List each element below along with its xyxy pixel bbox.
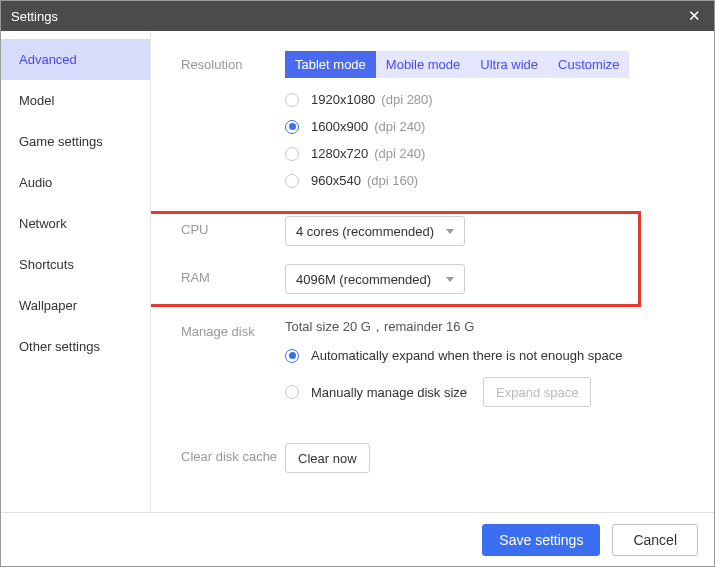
radio-icon bbox=[285, 120, 299, 134]
radio-icon bbox=[285, 385, 299, 399]
chevron-down-icon bbox=[446, 229, 454, 234]
mode-tabs: Tablet modeMobile modeUltra wideCustomiz… bbox=[285, 51, 690, 78]
mode-tab-mobile-mode[interactable]: Mobile mode bbox=[376, 51, 470, 78]
cpu-select[interactable]: 4 cores (recommended) bbox=[285, 216, 465, 246]
resolution-value: 1280x720 bbox=[311, 146, 368, 161]
cpu-select-value: 4 cores (recommended) bbox=[296, 224, 434, 239]
resolution-value: 1920x1080 bbox=[311, 92, 375, 107]
mode-tab-ultra-wide[interactable]: Ultra wide bbox=[470, 51, 548, 78]
resolution-content: Tablet modeMobile modeUltra wideCustomiz… bbox=[285, 51, 690, 200]
label-resolution: Resolution bbox=[181, 51, 285, 72]
close-icon[interactable]: ✕ bbox=[684, 6, 704, 26]
disk-summary: Total size 20 G，remainder 16 G bbox=[285, 318, 690, 336]
settings-window: Settings ✕ AdvancedModelGame settingsAud… bbox=[0, 0, 715, 567]
cancel-button[interactable]: Cancel bbox=[612, 524, 698, 556]
chevron-down-icon bbox=[446, 277, 454, 282]
resolution-option[interactable]: 960x540(dpi 160) bbox=[285, 173, 690, 188]
radio-icon bbox=[285, 174, 299, 188]
mode-tab-customize[interactable]: Customize bbox=[548, 51, 629, 78]
sidebar-item-game-settings[interactable]: Game settings bbox=[1, 121, 150, 162]
row-manage-disk: Manage disk Total size 20 G，remainder 16… bbox=[181, 318, 690, 421]
sidebar: AdvancedModelGame settingsAudioNetworkSh… bbox=[1, 31, 151, 512]
footer: Save settings Cancel bbox=[1, 512, 714, 566]
sidebar-item-shortcuts[interactable]: Shortcuts bbox=[1, 244, 150, 285]
label-ram: RAM bbox=[181, 264, 285, 285]
resolution-list: 1920x1080(dpi 280)1600x900(dpi 240)1280x… bbox=[285, 92, 690, 188]
label-clear-cache: Clear disk cache bbox=[181, 443, 285, 464]
sidebar-item-model[interactable]: Model bbox=[1, 80, 150, 121]
resolution-dpi: (dpi 280) bbox=[381, 92, 432, 107]
resolution-dpi: (dpi 240) bbox=[374, 119, 425, 134]
sidebar-item-wallpaper[interactable]: Wallpaper bbox=[1, 285, 150, 326]
radio-icon bbox=[285, 93, 299, 107]
ram-select-value: 4096M (recommended) bbox=[296, 272, 431, 287]
radio-icon bbox=[285, 147, 299, 161]
sidebar-item-advanced[interactable]: Advanced bbox=[1, 39, 150, 80]
ram-select[interactable]: 4096M (recommended) bbox=[285, 264, 465, 294]
row-cpu: CPU 4 cores (recommended) bbox=[181, 216, 690, 246]
resolution-option[interactable]: 1600x900(dpi 240) bbox=[285, 119, 690, 134]
disk-option[interactable]: Manually manage disk sizeExpand space bbox=[285, 377, 690, 407]
window-title: Settings bbox=[11, 9, 58, 24]
row-ram: RAM 4096M (recommended) bbox=[181, 264, 690, 294]
save-settings-button[interactable]: Save settings bbox=[482, 524, 600, 556]
resolution-value: 960x540 bbox=[311, 173, 361, 188]
sidebar-item-other-settings[interactable]: Other settings bbox=[1, 326, 150, 367]
resolution-option[interactable]: 1280x720(dpi 240) bbox=[285, 146, 690, 161]
sidebar-item-audio[interactable]: Audio bbox=[1, 162, 150, 203]
disk-option-label: Automatically expand when there is not e… bbox=[311, 348, 622, 363]
disk-option-label: Manually manage disk size bbox=[311, 385, 467, 400]
row-resolution: Resolution Tablet modeMobile modeUltra w… bbox=[181, 51, 690, 200]
sidebar-item-network[interactable]: Network bbox=[1, 203, 150, 244]
disk-option[interactable]: Automatically expand when there is not e… bbox=[285, 348, 690, 363]
resolution-dpi: (dpi 160) bbox=[367, 173, 418, 188]
mode-tab-tablet-mode[interactable]: Tablet mode bbox=[285, 51, 376, 78]
expand-space-button: Expand space bbox=[483, 377, 591, 407]
window-body: AdvancedModelGame settingsAudioNetworkSh… bbox=[1, 31, 714, 512]
label-cpu: CPU bbox=[181, 216, 285, 237]
resolution-value: 1600x900 bbox=[311, 119, 368, 134]
label-manage-disk: Manage disk bbox=[181, 318, 285, 339]
radio-icon bbox=[285, 349, 299, 363]
titlebar: Settings ✕ bbox=[1, 1, 714, 31]
resolution-option[interactable]: 1920x1080(dpi 280) bbox=[285, 92, 690, 107]
row-clear-cache: Clear disk cache Clear now bbox=[181, 443, 690, 473]
resolution-dpi: (dpi 240) bbox=[374, 146, 425, 161]
clear-now-button[interactable]: Clear now bbox=[285, 443, 370, 473]
main-panel: Resolution Tablet modeMobile modeUltra w… bbox=[151, 31, 714, 512]
